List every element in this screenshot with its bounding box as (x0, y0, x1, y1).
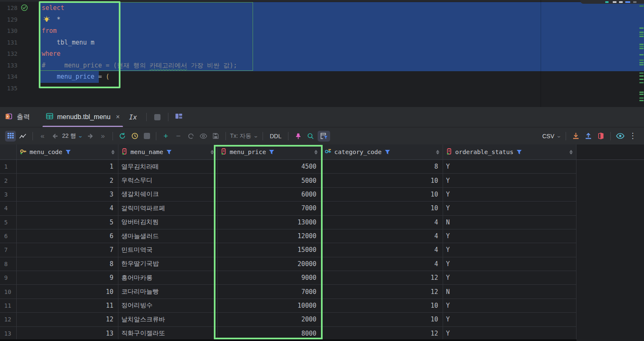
cell[interactable]: 코다리마늘빵 (118, 285, 218, 299)
cell[interactable]: Y (443, 243, 576, 257)
chevron-down-icon[interactable]: ⌄ (78, 133, 83, 139)
cell[interactable]: 8 (321, 160, 443, 174)
cell[interactable]: 11 (17, 299, 118, 313)
cell[interactable]: 1 (17, 160, 118, 174)
cell[interactable]: 12 (321, 285, 443, 299)
prev-page-icon[interactable] (50, 131, 60, 142)
cell[interactable]: N (443, 285, 576, 299)
cell[interactable]: 7 (17, 243, 118, 257)
add-row-icon[interactable]: + (160, 131, 171, 142)
row-number[interactable]: 8 (0, 257, 17, 271)
cell[interactable]: 생갈치쉐이크 (118, 188, 218, 202)
cell[interactable]: Y (443, 202, 576, 215)
row-number[interactable]: 6 (0, 229, 17, 243)
filter-funnel-icon[interactable] (166, 149, 172, 155)
chart-view-icon[interactable] (18, 131, 28, 142)
cell[interactable]: 10 (321, 188, 443, 202)
sort-icon[interactable] (569, 150, 573, 154)
sort-icon[interactable] (111, 150, 115, 154)
cell[interactable]: Y (443, 313, 576, 326)
cell[interactable]: 3 (17, 188, 118, 202)
row-number[interactable]: 11 (0, 299, 17, 313)
row-number[interactable]: 7 (0, 243, 17, 257)
column-header-menu_name[interactable]: menu_name (118, 144, 218, 159)
cell[interactable]: 12 (321, 271, 443, 285)
next-page-icon[interactable] (85, 131, 96, 142)
tab-result-tbl-menu[interactable]: menudb.tbl_menu × (41, 107, 125, 127)
close-icon[interactable]: × (116, 113, 120, 121)
table-filter-icon[interactable] (318, 131, 330, 142)
cell[interactable]: 13 (17, 327, 118, 341)
sql-editor[interactable]: 128129130131132133134135 select *from tb… (0, 0, 644, 107)
eye-icon[interactable] (615, 131, 626, 142)
download-icon[interactable] (570, 131, 581, 142)
cell[interactable]: 12 (321, 327, 443, 341)
row-number[interactable]: 10 (0, 285, 17, 299)
preview-icon[interactable] (198, 131, 209, 142)
revert-icon[interactable] (185, 131, 196, 142)
row-number[interactable]: 2 (0, 174, 17, 187)
row-count-label[interactable]: 22 행 (62, 132, 76, 140)
cell[interactable]: 10 (321, 299, 443, 313)
refresh-icon[interactable] (117, 131, 128, 142)
upload-icon[interactable] (583, 131, 594, 142)
cell[interactable]: Y (443, 174, 576, 187)
compare-icon[interactable] (595, 131, 606, 142)
row-number[interactable]: 4 (0, 202, 17, 215)
grid-view-icon[interactable] (5, 131, 16, 142)
cell[interactable]: Y (443, 188, 576, 202)
row-number[interactable]: 9 (0, 271, 17, 285)
stop-icon[interactable] (144, 133, 150, 139)
stop-icon[interactable] (154, 114, 160, 120)
cell[interactable]: 10 (321, 202, 443, 215)
cell[interactable]: 날치알스크류바 (118, 313, 218, 326)
editor-gutter[interactable]: 128129130131132133134135 (0, 0, 40, 88)
cell[interactable]: 직화구이젤라또 (118, 327, 218, 341)
cell[interactable]: 9 (17, 271, 118, 285)
first-page-icon[interactable]: « (37, 131, 48, 142)
cell[interactable]: 4 (17, 202, 118, 215)
sort-icon[interactable] (436, 150, 439, 154)
sort-icon[interactable] (210, 150, 214, 154)
chevron-down-icon[interactable]: ⌄ (253, 133, 258, 139)
layout-icon[interactable] (175, 113, 183, 121)
tab-output[interactable]: 출력 (0, 107, 35, 127)
chevron-down-icon[interactable]: ⌄ (556, 133, 561, 139)
cell[interactable]: 민트미역국 (118, 243, 218, 257)
cell[interactable]: 5 (17, 216, 118, 229)
kebab-menu-icon[interactable]: ⋮ (627, 131, 638, 142)
filter-funnel-icon[interactable] (385, 149, 390, 155)
cell[interactable]: 4 (321, 216, 443, 229)
column-header-category_code[interactable]: category_code (321, 144, 443, 159)
cell[interactable]: Y (443, 327, 576, 341)
delete-row-icon[interactable]: − (173, 131, 184, 142)
cell[interactable]: 4 (321, 257, 443, 271)
cell[interactable]: 정어리빙수 (118, 299, 218, 313)
cell[interactable]: 홍어마카롱 (118, 271, 218, 285)
cell[interactable]: 4 (321, 229, 443, 243)
row-number[interactable]: 3 (0, 188, 17, 202)
last-page-icon[interactable]: » (98, 131, 108, 142)
cell[interactable]: 10 (321, 313, 443, 326)
cell[interactable]: Y (443, 160, 576, 174)
cell[interactable]: Y (443, 299, 576, 313)
cell[interactable]: 한우딸기국밥 (118, 257, 218, 271)
row-number[interactable]: 12 (0, 313, 17, 326)
save-icon[interactable] (210, 131, 221, 142)
history-icon[interactable] (130, 131, 140, 142)
search-icon[interactable] (305, 131, 316, 142)
cell[interactable]: 우럭스무디 (118, 174, 218, 187)
cell[interactable]: 생마늘샐러드 (118, 229, 218, 243)
filter-funnel-icon[interactable] (516, 149, 522, 155)
cell[interactable]: 6 (17, 229, 118, 243)
cell[interactable]: N (443, 216, 576, 229)
tx-mode-label[interactable]: Tx: 자동 (230, 132, 251, 140)
ix-label[interactable]: Ix (129, 113, 137, 121)
cell[interactable]: 앙버터김치찜 (118, 216, 218, 229)
csv-format-selector[interactable]: CSV (542, 133, 554, 139)
data-grid[interactable]: menu_code menu_name menu_price category_… (0, 144, 644, 341)
statement-ok-check-icon[interactable] (21, 4, 28, 13)
cell[interactable]: 갈릭미역파르페 (118, 202, 218, 215)
cell[interactable]: 4 (321, 243, 443, 257)
cell[interactable]: 8 (17, 257, 118, 271)
